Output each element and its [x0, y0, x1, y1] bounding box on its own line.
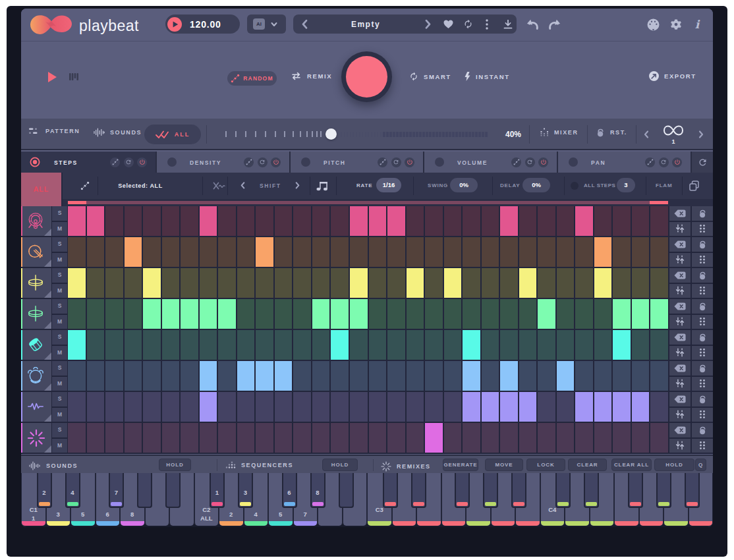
step-tom-10[interactable] — [237, 330, 256, 360]
step-hihat-2-21[interactable] — [444, 299, 463, 329]
step-tom-13[interactable] — [293, 330, 312, 360]
step-synth-wave-29-active[interactable] — [594, 392, 613, 422]
step-snare-6[interactable] — [162, 237, 181, 267]
ai-dropdown[interactable]: AI — [247, 14, 286, 34]
randomize-selected-icon[interactable] — [80, 181, 90, 191]
sounds-mode-button[interactable]: SOUNDS — [94, 128, 142, 137]
tab-led[interactable] — [569, 157, 578, 167]
shift-left-button[interactable] — [239, 181, 246, 190]
step-kick-32[interactable] — [650, 206, 668, 236]
step-hihat-1-28[interactable] — [575, 268, 594, 298]
step-synth-wave-2[interactable] — [87, 392, 106, 422]
delay-value[interactable]: 0% — [522, 178, 550, 192]
step-snare-14[interactable] — [312, 237, 331, 267]
step-kick-21[interactable] — [444, 206, 463, 236]
step-synth-wave-28-active[interactable] — [575, 392, 594, 422]
step-hihat-1-6[interactable] — [162, 268, 181, 298]
step-synth-wave-23-active[interactable] — [482, 392, 501, 422]
step-tom-26[interactable] — [538, 330, 557, 360]
step-kick-10[interactable] — [237, 206, 256, 236]
swap-row-icon[interactable] — [669, 315, 691, 329]
step-tom-3[interactable] — [105, 330, 125, 360]
apply-all-button[interactable]: ALL — [144, 125, 201, 144]
preset-name[interactable]: Empty — [293, 20, 438, 29]
step-snare-10[interactable] — [237, 237, 256, 267]
clear-row-icon[interactable] — [669, 423, 691, 437]
step-tom-19[interactable] — [407, 330, 426, 360]
step-snare-28[interactable] — [575, 237, 594, 267]
note-value-icon[interactable] — [316, 180, 328, 191]
step-tambourine-27-active[interactable] — [557, 361, 576, 391]
step-kick-13[interactable] — [293, 206, 312, 236]
step-hihat-2-1[interactable] — [68, 299, 87, 329]
step-tom-32[interactable] — [650, 330, 668, 360]
step-tambourine-26[interactable] — [538, 361, 557, 391]
tab-refresh-icon[interactable] — [258, 157, 268, 167]
step-hihat-1-13[interactable] — [293, 268, 312, 298]
mute-button[interactable]: M — [52, 253, 67, 267]
step-crash-24[interactable] — [500, 423, 519, 453]
undo-button[interactable] — [526, 19, 539, 30]
keyboard-toggle-icon[interactable] — [69, 73, 78, 80]
step-snare-25[interactable] — [519, 237, 538, 267]
step-hihat-1-16-active[interactable] — [350, 268, 369, 298]
step-crash-20-active[interactable] — [425, 423, 444, 453]
mute-button[interactable]: M — [52, 408, 67, 422]
tab-power-icon[interactable] — [137, 157, 147, 167]
pattern-prev-button[interactable] — [642, 130, 650, 139]
black-key-C#2[interactable]: 1 — [210, 473, 225, 508]
tab-led[interactable] — [167, 157, 177, 167]
step-tambourine-23[interactable] — [482, 361, 501, 391]
step-hihat-2-12[interactable] — [275, 299, 294, 329]
step-hihat-1-5-active[interactable] — [143, 268, 162, 298]
step-snare-31[interactable] — [632, 237, 651, 267]
solo-button[interactable]: S — [52, 206, 67, 221]
step-tambourine-15[interactable] — [331, 361, 350, 391]
instant-button[interactable]: INSTANT — [465, 72, 510, 81]
random-button[interactable]: RANDOM — [227, 71, 277, 86]
shift-right-button[interactable] — [294, 181, 301, 190]
pattern-next-button[interactable] — [697, 130, 705, 139]
tempo-display[interactable]: 120.00 — [165, 14, 240, 34]
step-crash-28[interactable] — [575, 423, 594, 453]
solo-button[interactable]: S — [52, 423, 67, 437]
tab-randomize-icon[interactable] — [511, 157, 521, 167]
loop-range-strip[interactable] — [21, 199, 713, 206]
swap-row-icon[interactable] — [669, 439, 691, 453]
step-synth-wave-3[interactable] — [105, 392, 125, 422]
track-corner-handle[interactable] — [44, 322, 51, 329]
step-synth-wave-14[interactable] — [312, 392, 331, 422]
play-button[interactable] — [48, 72, 57, 82]
step-hihat-2-8-active[interactable] — [200, 299, 219, 329]
quantize-button[interactable]: Q — [695, 459, 706, 471]
step-tom-27[interactable] — [557, 330, 576, 360]
step-hihat-1-2[interactable] — [87, 268, 106, 298]
step-hihat-2-25[interactable] — [519, 299, 538, 329]
step-crash-22[interactable] — [463, 423, 482, 453]
step-hihat-2-32-active[interactable] — [650, 299, 668, 329]
step-kick-30[interactable] — [613, 206, 632, 236]
step-hihat-2-29[interactable] — [594, 299, 613, 329]
step-crash-32[interactable] — [650, 423, 668, 453]
black-key-D#4[interactable] — [584, 473, 599, 508]
step-tambourine-5[interactable] — [143, 361, 162, 391]
mixer-button[interactable]: MIXER — [540, 128, 579, 136]
more-options-icon[interactable] — [483, 19, 491, 29]
step-hihat-2-3[interactable] — [105, 299, 125, 329]
loop-start-marker[interactable] — [68, 201, 86, 204]
step-hihat-1-7[interactable] — [181, 268, 200, 298]
step-snare-30[interactable] — [613, 237, 632, 267]
step-kick-7[interactable] — [181, 206, 200, 236]
track-corner-handle[interactable] — [44, 445, 51, 453]
step-crash-13[interactable] — [293, 423, 312, 453]
step-synth-wave-18[interactable] — [387, 392, 407, 422]
lock-row-icon[interactable] — [692, 361, 713, 376]
tab-refresh-icon[interactable] — [391, 157, 401, 167]
step-snare-18[interactable] — [387, 237, 407, 267]
step-synth-wave-9[interactable] — [218, 392, 237, 422]
step-snare-2[interactable] — [87, 237, 106, 267]
step-synth-wave-26[interactable] — [538, 392, 557, 422]
rate-value[interactable]: 1/16 — [376, 178, 401, 192]
track-icon-cell-tom[interactable] — [21, 330, 51, 360]
solo-button[interactable]: S — [52, 330, 67, 345]
